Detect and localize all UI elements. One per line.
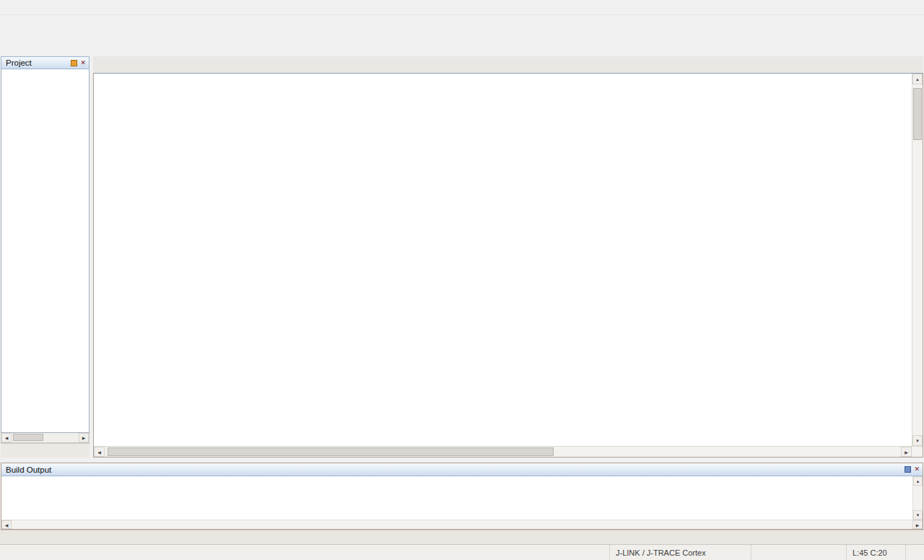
scroll-down-icon[interactable]: ▼ <box>912 435 923 446</box>
project-panel-title: Project <box>6 58 32 67</box>
build-output-vscrollbar[interactable]: ▲ ▼ <box>912 476 923 520</box>
scroll-track[interactable] <box>913 486 923 510</box>
scroll-up-icon[interactable]: ▲ <box>913 476 923 486</box>
debugger-status: J-LINK / J-TRACE Cortex <box>609 545 751 560</box>
build-output-title: Build Output <box>6 465 51 474</box>
scroll-left-icon[interactable]: ◀ <box>1 433 12 442</box>
scroll-thumb[interactable] <box>13 434 43 441</box>
editor-hscrollbar[interactable]: ◀ ▶ <box>94 447 912 457</box>
scroll-thumb[interactable] <box>108 447 554 456</box>
main-area: Project ✕ ◀ ▶ ▲ <box>0 56 924 458</box>
status-spacer <box>0 545 609 560</box>
status-spacer <box>905 545 924 560</box>
editor-frame: ▲ ▼ ◀ ▶ <box>93 73 923 458</box>
panel-switcher-tabs <box>1 443 90 458</box>
menu-bar <box>0 0 924 14</box>
bottom-tab-strip <box>0 530 924 544</box>
editor-vscrollbar[interactable]: ▲ ▼ <box>912 74 923 446</box>
editor-body: ▲ ▼ <box>94 74 923 446</box>
scroll-track[interactable] <box>105 447 901 457</box>
status-bar: J-LINK / J-TRACE Cortex L:45 C:20 <box>0 544 924 560</box>
pin-icon[interactable] <box>71 60 77 66</box>
panel-header-buttons: ✕ <box>905 466 920 473</box>
output-splitter[interactable] <box>0 458 924 463</box>
scroll-left-icon[interactable]: ◀ <box>94 447 105 457</box>
build-output-hscrollbar[interactable]: ◀ ▶ <box>1 520 923 529</box>
scroll-right-icon[interactable]: ▶ <box>79 433 89 442</box>
build-output-text[interactable] <box>1 476 912 520</box>
project-panel-hscrollbar[interactable]: ◀ ▶ <box>1 433 90 443</box>
status-spacer <box>751 545 846 560</box>
panel-header-buttons: ✕ <box>71 60 87 66</box>
project-tree <box>1 69 90 433</box>
build-output-header: Build Output ✕ <box>1 463 923 476</box>
editor-hscroll-row: ◀ ▶ <box>94 446 923 457</box>
scrollbar-corner <box>912 447 923 457</box>
project-panel-header: Project ✕ <box>1 56 90 69</box>
build-output-panel: Build Output ✕ ▲ ▼ ◀ ▶ <box>1 463 923 530</box>
scroll-track[interactable] <box>12 520 912 529</box>
close-panel-icon[interactable]: ✕ <box>79 60 87 66</box>
editor-area: ▲ ▼ ◀ ▶ <box>93 56 923 458</box>
code-editor[interactable] <box>94 74 912 446</box>
project-panel: Project ✕ ◀ ▶ <box>1 56 90 458</box>
build-output-body: ▲ ▼ <box>1 476 923 520</box>
build-toolbar <box>0 36 924 56</box>
editor-tab-bar <box>93 56 923 73</box>
scroll-track[interactable] <box>12 433 79 442</box>
scroll-thumb[interactable] <box>913 88 922 140</box>
scroll-track[interactable] <box>912 84 923 435</box>
pin-icon[interactable] <box>905 466 911 473</box>
main-toolbar <box>0 14 924 36</box>
scroll-left-icon[interactable]: ◀ <box>1 520 12 529</box>
close-panel-icon[interactable]: ✕ <box>913 466 920 473</box>
cursor-position: L:45 C:20 <box>846 545 905 560</box>
scroll-right-icon[interactable]: ▶ <box>901 447 912 457</box>
scroll-up-icon[interactable]: ▲ <box>912 74 923 84</box>
scroll-down-icon[interactable]: ▼ <box>913 510 923 520</box>
scroll-right-icon[interactable]: ▶ <box>912 520 923 529</box>
keil-uvision-window: Project ✕ ◀ ▶ ▲ <box>0 0 924 560</box>
